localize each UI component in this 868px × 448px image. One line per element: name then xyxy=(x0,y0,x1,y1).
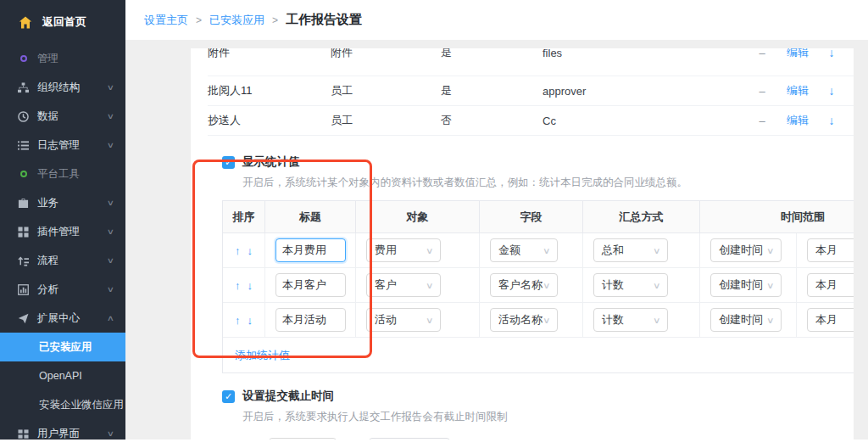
show-stats-label: 显示统计值 xyxy=(242,154,300,170)
sidebar: 返回首页 管理 组织结构 ∨ 数据 ∨ 日志管理 ∨ xyxy=(0,0,125,440)
sidebar-subitem-installed-apps[interactable]: 已安装应用 xyxy=(0,333,125,361)
sort-cell: ↑ ↓ xyxy=(223,268,265,303)
breadcrumb-separator: > xyxy=(196,14,202,26)
stats-header-sort: 排序 xyxy=(223,201,265,233)
deadline-checkbox-row: ✓ 设置提交截止时间 xyxy=(222,389,854,404)
chevron-down-icon: ∨ xyxy=(107,429,114,438)
rocket-icon xyxy=(17,313,30,324)
flow-icon xyxy=(17,255,30,266)
move-down-icon[interactable]: ↓ xyxy=(248,314,253,327)
sort-cell: ↑ ↓ xyxy=(223,303,265,338)
summary-select[interactable]: 计数 ∨ xyxy=(593,273,668,297)
deadline-checkbox[interactable]: ✓ xyxy=(222,390,235,403)
stats-description: 开启后，系统统计某个对象内的资料计数或者数值汇总，例如：统计本日完成的合同业绩总… xyxy=(242,176,854,190)
stats-header-title: 标题 xyxy=(265,201,356,233)
move-down-icon[interactable]: ↓ xyxy=(248,279,253,292)
field-select[interactable]: 活动名称 ∨ xyxy=(490,308,558,332)
time-range-select[interactable]: 本月 ∨ xyxy=(807,238,854,262)
field-select[interactable]: 客户名称 ∨ xyxy=(490,273,558,297)
chart-icon xyxy=(17,284,30,295)
show-stats-checkbox[interactable]: ✓ xyxy=(222,156,235,169)
work-report-settings-page: 返回首页 管理 组织结构 ∨ 数据 ∨ 日志管理 ∨ xyxy=(0,0,868,448)
back-to-home-button[interactable]: 返回首页 xyxy=(0,0,125,44)
chevron-down-icon: ∨ xyxy=(653,281,661,290)
deadline-controls: 截止到 次日 ∨ 18:00 xyxy=(222,438,854,440)
chevron-down-icon: ∨ xyxy=(107,83,114,92)
topbar: 设置主页 > 已安装应用 > 工作报告设置 xyxy=(125,0,868,40)
deadline-day-select[interactable]: 次日 ∨ xyxy=(269,438,337,440)
sidebar-subitem-install-wechat-app[interactable]: 安装企业微信应用 xyxy=(0,390,125,419)
field-row: 附件 附件 是 files – 编辑 ↓ xyxy=(208,48,854,76)
move-up-icon[interactable]: ↑ xyxy=(235,314,241,327)
edit-link[interactable]: 编辑 xyxy=(780,48,815,60)
move-up-icon[interactable]: ↑ xyxy=(235,279,241,292)
chevron-down-icon: ∨ xyxy=(107,141,114,149)
back-to-home-label: 返回首页 xyxy=(42,14,86,30)
edit-link[interactable]: 编辑 xyxy=(780,113,815,128)
sidebar-item-extension-center[interactable]: 扩展中心 ∧ xyxy=(0,304,125,333)
fields-table: 附件 附件 是 files – 编辑 ↓ 批阅人11 员工 是 approver… xyxy=(191,48,854,136)
org-structure-icon xyxy=(17,82,30,93)
stat-title-input[interactable] xyxy=(275,273,346,297)
page-title: 工作报告设置 xyxy=(286,12,362,28)
sidebar-subitem-openapi[interactable]: OpenAPI xyxy=(0,361,125,390)
summary-select[interactable]: 总和 ∨ xyxy=(593,238,668,262)
stat-title-input[interactable] xyxy=(275,308,346,332)
chevron-down-icon: ∨ xyxy=(107,112,114,120)
chevron-down-icon: ∨ xyxy=(426,316,434,325)
sidebar-item-analytics[interactable]: 分析 ∨ xyxy=(0,275,125,304)
chevron-down-icon: ∨ xyxy=(542,246,551,255)
sidebar-item-org-structure[interactable]: 组织结构 ∨ xyxy=(0,73,125,102)
object-select[interactable]: 费用 ∨ xyxy=(366,238,441,262)
move-down-icon[interactable]: ↓ xyxy=(815,114,848,127)
move-up-icon[interactable]: ↑ xyxy=(235,244,241,257)
field-row: 批阅人11 员工 是 approver – 编辑 ↓ xyxy=(208,76,854,106)
chevron-down-icon: ∨ xyxy=(107,256,114,265)
breadcrumb-installed-apps[interactable]: 已安装应用 xyxy=(209,13,264,28)
stats-header-object: 对象 xyxy=(356,201,480,233)
sidebar-item-business[interactable]: 业务 ∨ xyxy=(0,188,125,217)
show-stats-checkbox-row: ✓ 显示统计值 xyxy=(222,154,854,170)
time-field-select[interactable]: 创建时间 ∨ xyxy=(710,238,782,262)
chevron-up-icon: ∧ xyxy=(107,314,114,322)
field-select[interactable]: 金额 ∨ xyxy=(490,238,558,262)
sidebar-section-platform-tools: 平台工具 xyxy=(0,160,125,188)
move-down-icon[interactable]: ↓ xyxy=(815,48,848,59)
chevron-down-icon: ∨ xyxy=(542,281,551,290)
edit-link[interactable]: 编辑 xyxy=(780,83,815,98)
chevron-down-icon: ∨ xyxy=(766,281,775,290)
move-down-icon[interactable]: ↓ xyxy=(815,84,848,98)
time-range-select[interactable]: 本月 ∨ xyxy=(807,273,854,297)
chevron-down-icon: ∨ xyxy=(766,246,775,255)
summary-select[interactable]: 计数 ∨ xyxy=(593,308,668,332)
time-field-select[interactable]: 创建时间 ∨ xyxy=(710,308,782,332)
ui-grid-icon xyxy=(17,428,30,440)
chevron-down-icon: ∨ xyxy=(653,316,661,325)
admin-ring-icon xyxy=(17,55,30,62)
home-icon xyxy=(19,16,32,29)
object-select[interactable]: 活动 ∨ xyxy=(366,308,441,332)
object-select[interactable]: 客户 ∨ xyxy=(366,273,441,297)
chevron-down-icon: ∨ xyxy=(766,316,775,325)
deadline-time-input[interactable]: 18:00 xyxy=(369,438,450,440)
time-field-select[interactable]: 创建时间 ∨ xyxy=(710,273,782,297)
stat-title-input[interactable] xyxy=(275,238,346,262)
chevron-down-icon: ∨ xyxy=(107,199,114,207)
sidebar-item-workflow[interactable]: 流程 ∨ xyxy=(0,246,125,275)
chevron-down-icon: ∨ xyxy=(653,246,661,255)
stats-header-field: 字段 xyxy=(480,201,583,233)
add-stat-value-link[interactable]: 添加统计值 xyxy=(235,348,290,363)
time-range-select[interactable]: 本月 ∨ xyxy=(807,308,854,332)
breadcrumb-settings-home[interactable]: 设置主页 xyxy=(144,13,188,28)
chevron-down-icon: ∨ xyxy=(107,227,114,236)
settings-panel: 附件 附件 是 files – 编辑 ↓ 批阅人11 员工 是 approver… xyxy=(191,48,854,440)
move-down-icon[interactable]: ↓ xyxy=(248,244,253,257)
plugin-grid-icon xyxy=(17,227,30,238)
breadcrumb-separator: > xyxy=(272,14,278,26)
sidebar-item-log-management[interactable]: 日志管理 ∨ xyxy=(0,131,125,160)
sidebar-item-data[interactable]: 数据 ∨ xyxy=(0,102,125,131)
chevron-down-icon: ∨ xyxy=(426,246,434,255)
platform-ring-icon xyxy=(17,171,30,177)
sidebar-item-user-interface[interactable]: 用户界面 ∨ xyxy=(0,419,125,448)
sidebar-item-plugin-management[interactable]: 插件管理 ∨ xyxy=(0,217,125,246)
